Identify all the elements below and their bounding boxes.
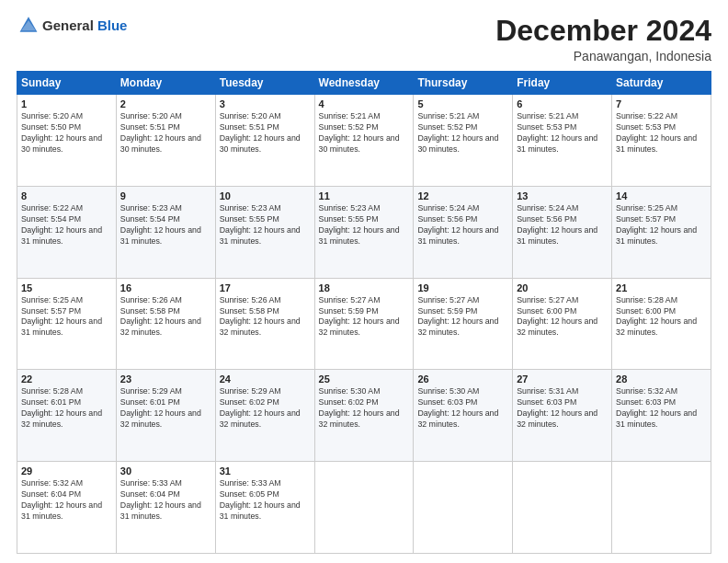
day-number: 21 <box>616 282 707 293</box>
cell-info: Sunrise: 5:21 AMSunset: 5:52 PMDaylight:… <box>417 111 498 154</box>
table-row <box>513 462 612 554</box>
cell-info: Sunrise: 5:20 AMSunset: 5:50 PMDaylight:… <box>21 111 102 154</box>
logo-general: General <box>42 17 94 33</box>
cell-info: Sunrise: 5:21 AMSunset: 5:52 PMDaylight:… <box>319 111 400 154</box>
day-number: 24 <box>220 373 311 385</box>
day-number: 16 <box>120 282 211 293</box>
table-row <box>314 462 414 554</box>
table-row: 9 Sunrise: 5:23 AMSunset: 5:54 PMDayligh… <box>116 186 215 278</box>
table-row: 1 Sunrise: 5:20 AMSunset: 5:50 PMDayligh… <box>17 95 117 187</box>
day-number: 29 <box>21 465 112 477</box>
day-number: 27 <box>517 373 608 385</box>
table-row: 23 Sunrise: 5:29 AMSunset: 6:01 PMDaylig… <box>116 370 215 462</box>
cell-info: Sunrise: 5:28 AMSunset: 6:01 PMDaylight:… <box>21 386 102 429</box>
table-row: 27 Sunrise: 5:31 AMSunset: 6:03 PMDaylig… <box>513 370 612 462</box>
table-row: 28 Sunrise: 5:32 AMSunset: 6:03 PMDaylig… <box>612 370 711 462</box>
col-sunday: Sunday <box>17 72 117 95</box>
cell-info: Sunrise: 5:24 AMSunset: 5:56 PMDaylight:… <box>517 203 597 246</box>
day-number: 7 <box>616 98 707 109</box>
table-row: 2 Sunrise: 5:20 AMSunset: 5:51 PMDayligh… <box>116 95 215 187</box>
cell-info: Sunrise: 5:26 AMSunset: 5:58 PMDaylight:… <box>220 295 301 338</box>
svg-marker-1 <box>21 20 36 30</box>
cell-info: Sunrise: 5:24 AMSunset: 5:56 PMDaylight:… <box>417 203 498 246</box>
day-number: 23 <box>120 373 211 385</box>
col-saturday: Saturday <box>612 72 711 95</box>
day-number: 2 <box>120 98 211 109</box>
cell-info: Sunrise: 5:20 AMSunset: 5:51 PMDaylight:… <box>120 111 201 154</box>
table-row: 15 Sunrise: 5:25 AMSunset: 5:57 PMDaylig… <box>17 278 117 370</box>
table-row: 12 Sunrise: 5:24 AMSunset: 5:56 PMDaylig… <box>414 186 513 278</box>
cell-info: Sunrise: 5:25 AMSunset: 5:57 PMDaylight:… <box>21 295 102 338</box>
table-row: 21 Sunrise: 5:28 AMSunset: 6:00 PMDaylig… <box>612 278 711 370</box>
cell-info: Sunrise: 5:30 AMSunset: 6:02 PMDaylight:… <box>319 386 400 429</box>
cell-info: Sunrise: 5:28 AMSunset: 6:00 PMDaylight:… <box>616 295 697 338</box>
calendar-week-row: 1 Sunrise: 5:20 AMSunset: 5:50 PMDayligh… <box>17 95 711 187</box>
day-number: 22 <box>21 373 112 385</box>
table-row: 3 Sunrise: 5:20 AMSunset: 5:51 PMDayligh… <box>215 95 314 187</box>
day-number: 13 <box>517 190 608 201</box>
table-row: 18 Sunrise: 5:27 AMSunset: 5:59 PMDaylig… <box>314 278 414 370</box>
col-wednesday: Wednesday <box>314 72 414 95</box>
col-monday: Monday <box>116 72 215 95</box>
table-row: 17 Sunrise: 5:26 AMSunset: 5:58 PMDaylig… <box>215 278 314 370</box>
cell-info: Sunrise: 5:29 AMSunset: 6:01 PMDaylight:… <box>120 386 201 429</box>
cell-info: Sunrise: 5:22 AMSunset: 5:54 PMDaylight:… <box>21 203 102 246</box>
day-number: 12 <box>417 190 508 201</box>
cell-info: Sunrise: 5:32 AMSunset: 6:04 PMDaylight:… <box>21 478 102 521</box>
title-month: December 2024 <box>495 15 711 47</box>
day-number: 19 <box>417 282 508 293</box>
table-row: 7 Sunrise: 5:22 AMSunset: 5:53 PMDayligh… <box>612 95 711 187</box>
table-row: 25 Sunrise: 5:30 AMSunset: 6:02 PMDaylig… <box>314 370 414 462</box>
table-row: 10 Sunrise: 5:23 AMSunset: 5:55 PMDaylig… <box>215 186 314 278</box>
cell-info: Sunrise: 5:33 AMSunset: 6:04 PMDaylight:… <box>120 478 201 521</box>
col-thursday: Thursday <box>414 72 513 95</box>
table-row: 11 Sunrise: 5:23 AMSunset: 5:55 PMDaylig… <box>314 186 414 278</box>
cell-info: Sunrise: 5:31 AMSunset: 6:03 PMDaylight:… <box>517 386 597 429</box>
day-number: 5 <box>417 98 508 109</box>
table-row: 29 Sunrise: 5:32 AMSunset: 6:04 PMDaylig… <box>17 462 117 554</box>
logo-blue: Blue <box>97 17 128 33</box>
table-row: 30 Sunrise: 5:33 AMSunset: 6:04 PMDaylig… <box>116 462 215 554</box>
cell-info: Sunrise: 5:27 AMSunset: 5:59 PMDaylight:… <box>417 295 498 338</box>
cell-info: Sunrise: 5:27 AMSunset: 5:59 PMDaylight:… <box>319 295 400 338</box>
cell-info: Sunrise: 5:32 AMSunset: 6:03 PMDaylight:… <box>616 386 697 429</box>
col-friday: Friday <box>513 72 612 95</box>
logo: General Blue <box>17 15 127 35</box>
cell-info: Sunrise: 5:23 AMSunset: 5:54 PMDaylight:… <box>120 203 201 246</box>
table-row: 20 Sunrise: 5:27 AMSunset: 6:00 PMDaylig… <box>513 278 612 370</box>
table-row: 14 Sunrise: 5:25 AMSunset: 5:57 PMDaylig… <box>612 186 711 278</box>
day-number: 9 <box>120 190 211 201</box>
table-row: 26 Sunrise: 5:30 AMSunset: 6:03 PMDaylig… <box>414 370 513 462</box>
cell-info: Sunrise: 5:29 AMSunset: 6:02 PMDaylight:… <box>220 386 301 429</box>
table-row: 19 Sunrise: 5:27 AMSunset: 5:59 PMDaylig… <box>414 278 513 370</box>
day-number: 31 <box>220 465 311 477</box>
table-row: 6 Sunrise: 5:21 AMSunset: 5:53 PMDayligh… <box>513 95 612 187</box>
day-number: 18 <box>319 282 410 293</box>
day-number: 26 <box>417 373 508 385</box>
cell-info: Sunrise: 5:25 AMSunset: 5:57 PMDaylight:… <box>616 203 697 246</box>
calendar-table: Sunday Monday Tuesday Wednesday Thursday… <box>17 71 711 554</box>
day-number: 17 <box>220 282 311 293</box>
calendar-week-row: 8 Sunrise: 5:22 AMSunset: 5:54 PMDayligh… <box>17 186 711 278</box>
table-row <box>612 462 711 554</box>
cell-info: Sunrise: 5:26 AMSunset: 5:58 PMDaylight:… <box>120 295 201 338</box>
cell-info: Sunrise: 5:23 AMSunset: 5:55 PMDaylight:… <box>220 203 301 246</box>
cell-info: Sunrise: 5:23 AMSunset: 5:55 PMDaylight:… <box>319 203 400 246</box>
day-number: 10 <box>220 190 311 201</box>
day-number: 8 <box>21 190 112 201</box>
calendar-week-row: 29 Sunrise: 5:32 AMSunset: 6:04 PMDaylig… <box>17 462 711 554</box>
day-number: 30 <box>120 465 211 477</box>
table-row: 5 Sunrise: 5:21 AMSunset: 5:52 PMDayligh… <box>414 95 513 187</box>
cell-info: Sunrise: 5:20 AMSunset: 5:51 PMDaylight:… <box>220 111 301 154</box>
cell-info: Sunrise: 5:30 AMSunset: 6:03 PMDaylight:… <box>417 386 498 429</box>
table-row: 13 Sunrise: 5:24 AMSunset: 5:56 PMDaylig… <box>513 186 612 278</box>
day-number: 11 <box>319 190 410 201</box>
table-row: 31 Sunrise: 5:33 AMSunset: 6:05 PMDaylig… <box>215 462 314 554</box>
day-number: 3 <box>220 98 311 109</box>
day-number: 28 <box>616 373 707 385</box>
table-row: 24 Sunrise: 5:29 AMSunset: 6:02 PMDaylig… <box>215 370 314 462</box>
table-row: 16 Sunrise: 5:26 AMSunset: 5:58 PMDaylig… <box>116 278 215 370</box>
logo-icon <box>18 15 39 35</box>
calendar-header-row: Sunday Monday Tuesday Wednesday Thursday… <box>17 72 711 95</box>
col-tuesday: Tuesday <box>215 72 314 95</box>
